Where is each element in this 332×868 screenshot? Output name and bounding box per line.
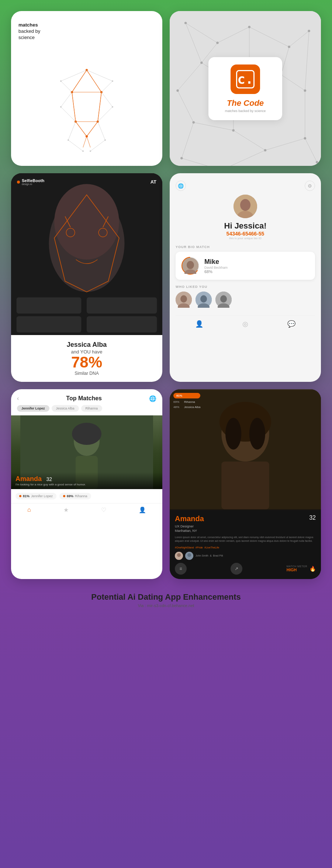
svg-line-25 — [68, 140, 83, 151]
profile-bottom: Amanda 32 UX Designer Manhattan, NY Lore… — [170, 510, 321, 579]
svg-point-61 — [216, 42, 218, 44]
match-list-item-2: 48% Jessica Alba — [173, 405, 200, 409]
c-bracket-icon: c. — [236, 70, 255, 88]
settings-icon[interactable]: ⚙ — [305, 181, 315, 191]
selfie-percent: 78% — [18, 355, 155, 370]
profile-actions: ≡ ↗ MATCH METER HIGH 🔥 — [175, 563, 316, 575]
tm-match-pct-1: 81% — [23, 494, 30, 498]
tm-nav-user[interactable]: 👤 — [139, 506, 146, 513]
tm-person-age: 32 — [46, 476, 52, 482]
globe-icon[interactable]: 🌐 — [176, 181, 186, 191]
tag-1: #OneNightStand — [175, 546, 194, 549]
tag-3: #LiveTheLife — [204, 546, 219, 549]
tm-globe-icon[interactable]: 🌐 — [149, 395, 156, 402]
svg-point-91 — [240, 199, 250, 211]
tm-nav: ⌂ ★ ♡ 👤 — [11, 503, 162, 518]
jessica-icons-row: 🌐 ⚙ — [176, 181, 315, 191]
jessica-phone-number: 54346-65466-55 — [226, 231, 264, 237]
jessica-avatar-svg — [234, 195, 257, 218]
profile-name: Amanda — [175, 515, 204, 523]
known-name-2: Brad Pitt — [213, 554, 223, 557]
tm-back-icon[interactable]: ‹ — [17, 395, 19, 402]
action-list-icon[interactable]: ≡ — [175, 563, 187, 575]
tm-nav-home[interactable]: ⌂ — [27, 506, 31, 513]
known-name-1: John Smith — [196, 554, 208, 557]
phone-3-card: SelfieBooth design.io AT — [11, 173, 162, 382]
svg-point-110 — [72, 423, 101, 445]
tm-tab-jessica[interactable]: Jessica Alba — [52, 405, 79, 412]
svg-point-34 — [90, 150, 91, 152]
liked-avatar-1 — [176, 292, 192, 308]
brand-line3: science — [18, 35, 40, 41]
liked-avatar-3 — [215, 292, 232, 308]
tm-photo: Amanda 32 I'm looking for a nice guy wit… — [11, 415, 162, 489]
via-text: Via : mir-s3-cdn-cf.behance.net — [11, 603, 321, 608]
selfie-dot — [17, 181, 20, 184]
app-subtitle: matches backed by science — [219, 109, 271, 113]
svg-line-18 — [101, 81, 113, 92]
bio-match-aka: David Beckham — [204, 266, 228, 269]
svg-line-2 — [98, 92, 101, 122]
svg-point-102 — [200, 295, 207, 303]
phone-1-card: matches backed by science — [11, 11, 162, 166]
phone-6-card: 81% 69% Rihanna 48% Jessica Alba Amanda … — [170, 389, 321, 579]
selfie-header: SelfieBooth design.io AT — [11, 173, 162, 191]
selfie-initials: AT — [151, 179, 156, 185]
svg-point-31 — [68, 139, 69, 141]
bio-match-label: YOUR BIO MATCH — [176, 245, 210, 249]
svg-point-120 — [187, 553, 191, 557]
app-icon-box: c. — [231, 65, 260, 94]
jessica-phone-sub: this is your unique bio ID — [229, 237, 262, 240]
phone-2-card: c. The Code matches backed by science — [170, 11, 321, 166]
profile-overlay-badges: 81% 69% Rihanna 48% Jessica Alba — [173, 393, 200, 409]
tm-name-badge: Amanda 32 I'm looking for a nice guy wit… — [11, 472, 162, 489]
svg-point-96 — [187, 261, 194, 269]
tm-nav-star[interactable]: ★ — [63, 506, 69, 513]
jessica-greeting: Hi Jessica! — [224, 221, 267, 231]
nav-matches-icon[interactable]: ◎ — [242, 320, 248, 328]
phone1-brand: matches backed by science — [18, 22, 40, 41]
selfie-logo: SelfieBooth design.io — [17, 178, 44, 185]
svg-rect-87 — [87, 297, 157, 314]
known-names: John Smith & Brad Pitt — [196, 554, 223, 557]
tm-header: ‹ Top Matches 🌐 — [11, 389, 162, 405]
svg-point-116 — [249, 418, 265, 449]
tm-tab-jennifer[interactable]: Jennifer Lopez — [17, 405, 49, 412]
svg-rect-86 — [17, 297, 82, 314]
svg-rect-113 — [221, 461, 269, 509]
profile-role: UX Designer — [175, 524, 316, 528]
svg-point-105 — [220, 295, 227, 303]
liked-avatar-2 — [196, 292, 212, 308]
profile-location: Manhattan, NY — [175, 529, 316, 533]
nav-profile-icon[interactable]: 👤 — [195, 320, 203, 328]
selfie-logo-sub: design.io — [22, 183, 44, 185]
app-name: The Code — [219, 98, 271, 108]
tm-nav-heart[interactable]: ♡ — [101, 506, 106, 513]
svg-point-30 — [112, 106, 113, 108]
svg-line-21 — [101, 92, 113, 107]
jessica-divider — [176, 315, 315, 316]
svg-point-33 — [82, 150, 84, 152]
brand-line1: matches — [18, 22, 40, 28]
tm-person-name: Amanda — [15, 475, 42, 482]
flame-icon: 🔥 — [309, 566, 316, 572]
bio-avatar-ring — [181, 256, 200, 275]
svg-rect-88 — [17, 316, 82, 332]
tm-match-badge-1: 81% Jennifer Lopez — [15, 493, 56, 499]
svg-point-74 — [304, 137, 306, 139]
nav-chat-icon[interactable]: 💬 — [287, 320, 295, 328]
svg-line-23 — [68, 122, 76, 140]
svg-point-71 — [193, 121, 195, 123]
svg-point-60 — [184, 22, 187, 24]
tm-match-name-2: Rihanna — [75, 494, 87, 498]
svg-point-69 — [304, 90, 306, 92]
face-placeholder — [11, 173, 162, 335]
svg-point-72 — [232, 129, 234, 131]
svg-line-8 — [87, 136, 90, 147]
tag-2: #Pride — [196, 546, 203, 549]
svg-line-24 — [98, 122, 105, 140]
jessica-avatar — [234, 195, 257, 218]
tm-tab-rihanna[interactable]: Rihanna — [81, 405, 103, 412]
action-share-icon[interactable]: ↗ — [231, 563, 242, 575]
geometric-figure — [50, 63, 124, 158]
